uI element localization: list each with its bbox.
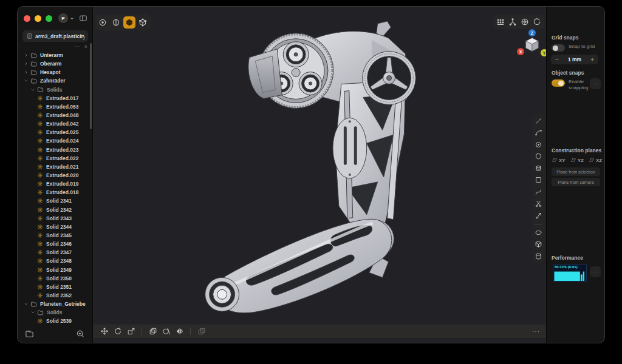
tree-item-extruded-019[interactable]: Extruded.019 (18, 180, 92, 188)
tree-item-hexapot[interactable]: Hexapot (18, 68, 92, 76)
view-gizmo[interactable]: ZXY (518, 31, 546, 60)
tool-line-button[interactable] (533, 116, 543, 126)
grid-size-decrease-button[interactable]: − (555, 56, 559, 63)
tree-item-extruded-053[interactable]: Extruded.053 (18, 103, 92, 111)
tree-item-extruded-025[interactable]: Extruded.025 (18, 128, 92, 136)
chevron-right-icon[interactable] (24, 61, 29, 66)
chevron-down-icon[interactable] (24, 302, 29, 306)
tool-ellipse-button[interactable] (533, 228, 543, 237)
tree-item-solid-2341[interactable]: Solid 2341 (18, 197, 92, 205)
tree-item-solid-2351[interactable]: Solid 2351 (18, 283, 92, 291)
tool-scissors-button[interactable] (533, 199, 543, 209)
app-menu-badge[interactable]: P (58, 13, 68, 23)
gear-icon (37, 121, 43, 127)
performance-more-button[interactable]: ··· (590, 266, 601, 277)
select-mode-solid-button[interactable] (123, 16, 135, 29)
chevron-down-icon[interactable] (30, 87, 35, 92)
transform-rotate-button[interactable] (112, 326, 123, 337)
tree-item-solid-2344[interactable]: Solid 2344 (18, 223, 92, 231)
select-mode-vertex-button[interactable] (97, 16, 109, 29)
transform-group-button[interactable] (196, 326, 207, 337)
tree-item-solids[interactable]: Solids (18, 86, 92, 94)
transform-scale-button[interactable] (126, 326, 136, 337)
view-tool-aperture-button[interactable] (519, 16, 530, 27)
snap-to-grid-toggle[interactable] (552, 44, 565, 52)
tree-item-extruded-048[interactable]: Extruded.048 (18, 111, 92, 120)
current-file-button[interactable]: arm3_draft.plasticity (22, 30, 88, 42)
plane-yz-button[interactable]: YZ (570, 157, 584, 163)
tree-item-unterarm[interactable]: Unterarm (18, 51, 92, 59)
tree-scrollbar[interactable] (90, 43, 92, 129)
tree-item-solid-2347[interactable]: Solid 2347 (18, 248, 92, 257)
gizmo-axis-z[interactable]: Z (528, 29, 536, 36)
tree-item-extruded-042[interactable]: Extruded.042 (18, 120, 92, 128)
tree-item-solid-2343[interactable]: Solid 2343 (18, 214, 92, 223)
zoom-window-button[interactable] (46, 15, 52, 22)
bottombar-more-button[interactable]: ··· (532, 328, 540, 335)
select-mode-edge-button[interactable] (110, 16, 122, 29)
select-mode-mesh-button[interactable] (137, 16, 149, 29)
tree-item-solid-2349[interactable]: Solid 2349 (18, 266, 92, 274)
gizmo-axis-y[interactable]: Y (541, 49, 546, 56)
new-folder-icon[interactable] (25, 329, 34, 339)
plane-xz-button[interactable]: XZ (589, 157, 602, 163)
close-window-button[interactable] (24, 15, 30, 22)
tree-item-solid-2348[interactable]: Solid 2348 (18, 257, 92, 265)
tree-item-extruded-022[interactable]: Extruded.022 (18, 154, 92, 163)
plane-from-camera-button[interactable]: Plane from camera (552, 178, 600, 186)
tree-more-button[interactable]: ··· (75, 44, 80, 50)
tree-item-solids[interactable]: Solids (18, 308, 92, 317)
transform-slice-button[interactable] (161, 326, 171, 337)
tool-spline-button[interactable] (533, 187, 543, 197)
chevron-right-icon[interactable] (24, 53, 29, 58)
transform-mirror-button[interactable] (174, 326, 185, 337)
tree-item-solid-2346[interactable]: Solid 2346 (18, 240, 92, 248)
tree-item-planeten-getriebe[interactable]: Planeten_Getriebe (18, 300, 92, 308)
chevron-right-icon[interactable] (24, 70, 29, 75)
tree-item-solid-2345[interactable]: Solid 2345 (18, 231, 92, 240)
tool-polygon-button[interactable] (533, 152, 543, 161)
tree-item-extruded-024[interactable]: Extruded.024 (18, 136, 92, 145)
enable-snapping-toggle[interactable] (552, 79, 565, 87)
tree-item-oberarm[interactable]: Oberarm (18, 59, 92, 68)
tree-item-zahnräder[interactable]: Zahnräder (18, 76, 92, 85)
tree-item-solid-2539[interactable]: Solid 2539 (18, 317, 92, 325)
tree-item-extruded-020[interactable]: Extruded.020 (18, 171, 92, 180)
sidebar-toggle-icon[interactable] (79, 14, 87, 22)
tree-item-extruded-021[interactable]: Extruded.021 (18, 163, 92, 171)
chevron-down-icon[interactable] (69, 16, 75, 21)
aperture-icon (521, 18, 529, 26)
tool-circle-button[interactable] (533, 140, 543, 149)
gear-icon (37, 249, 43, 255)
plane-from-selection-button[interactable]: Plane from selection (552, 167, 600, 176)
view-tool-node-button[interactable] (507, 16, 518, 27)
tree-item-solid-2352[interactable]: Solid 2352 (18, 291, 92, 300)
tool-cylinder-button[interactable] (533, 251, 543, 261)
tool-rectangle-button[interactable] (533, 175, 543, 185)
robot-arm-model[interactable] (93, 7, 546, 343)
gizmo-cube[interactable] (523, 36, 541, 54)
tool-drum-button[interactable] (533, 163, 543, 173)
chevron-down-icon[interactable] (24, 78, 29, 83)
object-snaps-more-button[interactable]: ··· (590, 78, 601, 89)
tool-box-button[interactable] (533, 240, 543, 249)
chevron-down-icon[interactable] (30, 310, 35, 315)
tree-item-extruded-018[interactable]: Extruded.018 (18, 188, 92, 197)
minimize-window-button[interactable] (35, 15, 41, 22)
tree-item-solid-2350[interactable]: Solid 2350 (18, 274, 92, 283)
transform-move-button[interactable] (99, 326, 109, 337)
gizmo-axis-x[interactable]: X (517, 48, 524, 55)
tree-item-extruded-017[interactable]: Extruded.017 (18, 94, 92, 103)
view-tool-grid-button[interactable] (495, 16, 506, 27)
tree-item-extruded-023[interactable]: Extruded.023 (18, 146, 92, 154)
viewport-3d[interactable]: ZXY ··· (93, 7, 546, 343)
transform-duplicate-button[interactable] (148, 326, 158, 337)
tool-arc-button[interactable] (533, 128, 543, 138)
grid-size-increase-button[interactable]: + (590, 56, 594, 63)
tree-collapse-button[interactable]: ∧ (84, 44, 87, 50)
search-zoom-icon[interactable] (76, 329, 85, 339)
plane-xy-button[interactable]: XY (552, 157, 566, 163)
tool-offset-button[interactable] (533, 211, 543, 220)
tree-item-solid-2342[interactable]: Solid 2342 (18, 206, 92, 214)
view-tool-loop-button[interactable] (531, 16, 542, 27)
